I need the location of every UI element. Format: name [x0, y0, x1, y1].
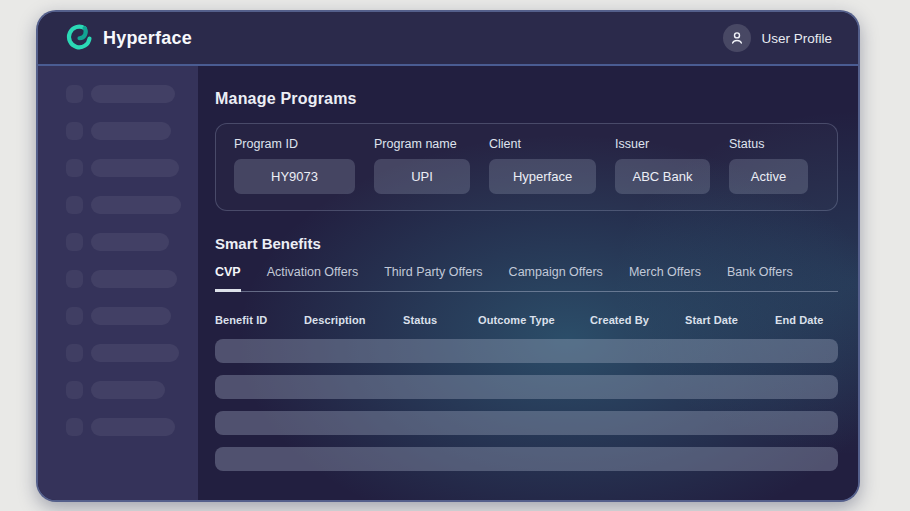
page-title: Manage Programs — [215, 90, 838, 108]
user-profile-label: User Profile — [761, 31, 832, 46]
sidebar-skeleton-item — [66, 270, 198, 288]
tab-campaign-offers[interactable]: Campaign Offers — [509, 265, 603, 292]
brand-name: Hyperface — [103, 28, 192, 49]
sidebar-skeleton-item — [66, 307, 198, 325]
col-description: Description — [304, 314, 403, 326]
app-header: Hyperface User Profile — [38, 12, 858, 66]
table-row-skeleton — [215, 411, 838, 435]
sidebar-skeleton-dot — [66, 307, 83, 325]
sidebar-skeleton-bar — [91, 270, 177, 288]
main-content: Manage Programs Program ID HY9073 Progra… — [198, 66, 858, 500]
sidebar-skeleton-dot — [66, 196, 83, 214]
field-client: Client Hyperface — [489, 137, 596, 194]
sidebar-skeleton-dot — [66, 233, 83, 251]
tab-merch-offers[interactable]: Merch Offers — [629, 265, 701, 292]
sidebar-skeleton-dot — [66, 270, 83, 288]
sidebar-skeleton-bar — [91, 122, 171, 140]
col-created-by: Created By — [590, 314, 685, 326]
sidebar-skeleton-bar — [91, 344, 179, 362]
brand: Hyperface — [64, 23, 192, 53]
tab-activation-offers[interactable]: Activation Offers — [267, 265, 358, 292]
sidebar-skeleton-dot — [66, 344, 83, 362]
col-start-date: Start Date — [685, 314, 775, 326]
user-avatar[interactable] — [723, 24, 751, 52]
field-label: Issuer — [615, 137, 710, 151]
program-id-input[interactable]: HY9073 — [234, 159, 355, 194]
sidebar-nav — [38, 66, 198, 500]
tab-cvp[interactable]: CVP — [215, 265, 241, 292]
field-label: Program ID — [234, 137, 355, 151]
sidebar-skeleton-bar — [91, 196, 181, 214]
col-end-date: End Date — [775, 314, 838, 326]
sidebar-skeleton-dot — [66, 381, 83, 399]
app-window: Hyperface User Profile Man — [36, 10, 860, 502]
user-profile[interactable]: User Profile — [723, 24, 832, 52]
tab-third-party-offers[interactable]: Third Party Offers — [384, 265, 482, 292]
sidebar-skeleton-dot — [66, 159, 83, 177]
field-program-name: Program name UPI — [374, 137, 470, 194]
sidebar-skeleton-bar — [91, 233, 169, 251]
tab-bank-offers[interactable]: Bank Offers — [727, 265, 793, 292]
client-input[interactable]: Hyperface — [489, 159, 596, 194]
table-row-skeleton — [215, 339, 838, 363]
sidebar-skeleton-dot — [66, 418, 83, 436]
sidebar-skeleton-item — [66, 344, 198, 362]
col-outcome-type: Outcome Type — [478, 314, 590, 326]
field-program-id: Program ID HY9073 — [234, 137, 355, 194]
section-title-smart-benefits: Smart Benefits — [215, 235, 838, 252]
field-label: Client — [489, 137, 596, 151]
sidebar-skeleton-item — [66, 233, 198, 251]
benefits-tab-bar: CVP Activation Offers Third Party Offers… — [215, 265, 838, 292]
issuer-input[interactable]: ABC Bank — [615, 159, 710, 194]
program-name-input[interactable]: UPI — [374, 159, 470, 194]
sidebar-skeleton-item — [66, 418, 198, 436]
sidebar-skeleton-bar — [91, 381, 165, 399]
hyperface-logo-icon — [64, 23, 94, 53]
col-benefit-id: Benefit ID — [215, 314, 304, 326]
benefits-table-header: Benefit ID Description Status Outcome Ty… — [215, 314, 838, 326]
field-label: Status — [729, 137, 808, 151]
sidebar-skeleton-item — [66, 196, 198, 214]
field-status: Status Active — [729, 137, 808, 194]
status-input[interactable]: Active — [729, 159, 808, 194]
sidebar-skeleton-bar — [91, 85, 175, 103]
table-row-skeleton — [215, 375, 838, 399]
benefits-table-body — [215, 339, 838, 471]
field-issuer: Issuer ABC Bank — [615, 137, 710, 194]
person-icon — [729, 30, 745, 46]
sidebar-skeleton-item — [66, 159, 198, 177]
sidebar-skeleton-bar — [91, 307, 171, 325]
sidebar-skeleton-item — [66, 122, 198, 140]
col-status: Status — [403, 314, 478, 326]
sidebar-skeleton-bar — [91, 159, 179, 177]
sidebar-skeleton-bar — [91, 418, 175, 436]
sidebar-skeleton-dot — [66, 85, 83, 103]
sidebar-skeleton-dot — [66, 122, 83, 140]
field-label: Program name — [374, 137, 470, 151]
sidebar-skeleton-item — [66, 381, 198, 399]
program-summary-card: Program ID HY9073 Program name UPI Clien… — [215, 123, 838, 211]
table-row-skeleton — [215, 447, 838, 471]
sidebar-skeleton-item — [66, 85, 198, 103]
